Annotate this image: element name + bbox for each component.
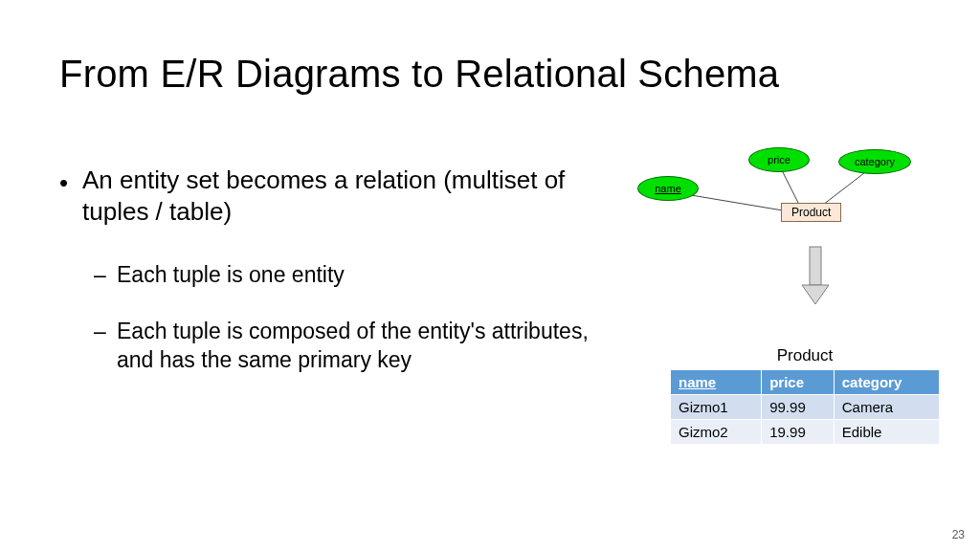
- attr-category: category: [838, 149, 911, 174]
- slide-title: From E/R Diagrams to Relational Schema: [59, 53, 779, 96]
- er-diagram: name price category Product: [632, 145, 938, 260]
- entity-product: Product: [781, 203, 841, 222]
- arrow-down-icon: [800, 245, 831, 312]
- bullet-marker: •: [59, 165, 82, 227]
- svg-line-0: [679, 193, 794, 212]
- cell-category: Edible: [834, 420, 939, 445]
- svg-rect-3: [810, 247, 821, 285]
- cell-price: 99.99: [762, 395, 835, 420]
- svg-line-1: [780, 166, 799, 205]
- relation-table-area: Product name price category Gizmo1 99.99…: [670, 346, 940, 445]
- bullet-sub-1: – Each tuple is one entity: [94, 261, 595, 289]
- cell-name: Gizmo1: [671, 395, 762, 420]
- bullet-sub-2: – Each tuple is composed of the entity's…: [94, 318, 595, 374]
- table-title: Product: [670, 346, 940, 365]
- cell-name: Gizmo2: [671, 420, 762, 445]
- bullet-sub-2-text: Each tuple is composed of the entity's a…: [117, 318, 595, 374]
- table-header-name: name: [671, 370, 762, 395]
- relation-table: name price category Gizmo1 99.99 Camera …: [670, 369, 940, 445]
- page-number: 23: [952, 528, 965, 541]
- bullet-main: • An entity set becomes a relation (mult…: [59, 165, 595, 227]
- bullet-main-text: An entity set becomes a relation (multis…: [82, 165, 595, 227]
- table-header-price: price: [762, 370, 835, 395]
- bullet-list: • An entity set becomes a relation (mult…: [59, 165, 595, 403]
- attr-price: price: [748, 147, 810, 172]
- bullet-sub-marker: –: [94, 318, 117, 374]
- attr-name: name: [637, 176, 699, 201]
- table-header-row: name price category: [671, 370, 940, 395]
- table-header-category: category: [834, 370, 939, 395]
- cell-price: 19.99: [762, 420, 835, 445]
- cell-category: Camera: [834, 395, 939, 420]
- table-row: Gizmo2 19.99 Edible: [671, 420, 940, 445]
- bullet-sub-1-text: Each tuple is one entity: [117, 261, 345, 289]
- table-row: Gizmo1 99.99 Camera: [671, 395, 940, 420]
- bullet-sub-marker: –: [94, 261, 117, 289]
- svg-marker-4: [802, 285, 829, 304]
